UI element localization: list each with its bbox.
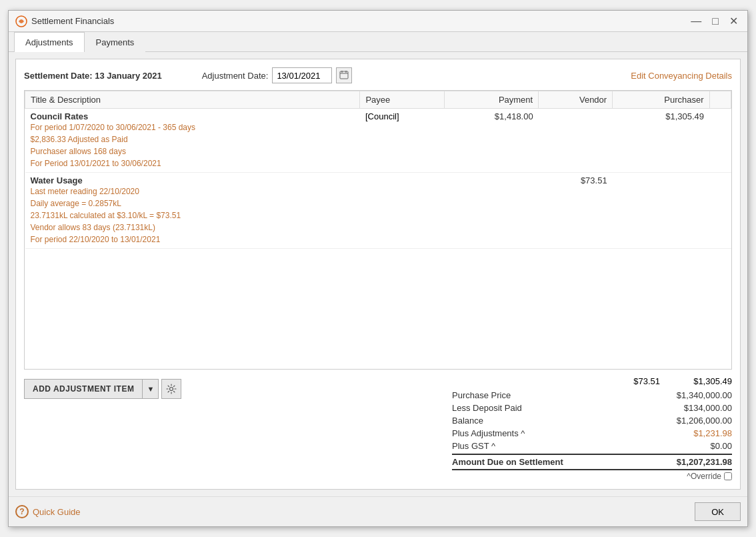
adjustments-table: Title & Description Payee Payment Vendor… bbox=[25, 91, 731, 249]
row1-desc: For period 1/07/2020 to 30/06/2021 - 365… bbox=[31, 121, 355, 169]
adjustment-date-section: Adjustment Date: bbox=[202, 67, 353, 83]
settings-button[interactable] bbox=[161, 379, 181, 399]
row2-desc: Last meter reading 22/10/2020 Daily aver… bbox=[31, 185, 355, 245]
adjustment-date-label: Adjustment Date: bbox=[202, 71, 269, 81]
settlement-date-value: 13 January 2021 bbox=[95, 71, 161, 81]
adjustments-panel: Settlement Date: 13 January 2021 Adjustm… bbox=[15, 59, 741, 490]
add-adjustment-button[interactable]: ADD ADJUSTMENT ITEM ▼ bbox=[24, 379, 159, 399]
amount-due-label: Amount Due on Settlement bbox=[452, 457, 563, 467]
row2-extra bbox=[709, 173, 731, 249]
action-buttons: ADD ADJUSTMENT ITEM ▼ bbox=[24, 376, 181, 399]
gst-label: Plus GST ^ bbox=[452, 441, 495, 451]
deposit-value: $134,000.00 bbox=[684, 403, 732, 413]
adjustments-label: Plus Adjustments ^ bbox=[452, 428, 525, 438]
table-row: Water Usage Last meter reading 22/10/202… bbox=[25, 173, 731, 249]
gst-value: $0.00 bbox=[710, 441, 732, 451]
row1-extra bbox=[709, 109, 731, 173]
row1-title: Council Rates bbox=[31, 111, 355, 121]
svg-point-5 bbox=[170, 388, 173, 391]
svg-rect-1 bbox=[340, 71, 348, 79]
row2-vendor: $73.51 bbox=[539, 173, 613, 249]
table-row: Council Rates For period 1/07/2020 to 30… bbox=[25, 109, 731, 173]
col-purchaser: Purchaser bbox=[613, 91, 709, 109]
gear-icon bbox=[166, 384, 177, 394]
title-bar: Settlement Financials — □ ✕ bbox=[9, 11, 747, 32]
balance-value: $1,206,000.00 bbox=[677, 416, 732, 426]
window-title: Settlement Financials bbox=[31, 16, 114, 26]
tab-payments[interactable]: Payments bbox=[85, 32, 146, 52]
adjustments-value: $1,231.98 bbox=[693, 428, 732, 438]
ok-button[interactable]: OK bbox=[695, 502, 741, 521]
table-header-row: Title & Description Payee Payment Vendor… bbox=[25, 91, 731, 109]
minimize-button[interactable]: — bbox=[688, 16, 704, 27]
footer: ? Quick Guide OK bbox=[9, 496, 747, 526]
col-payee: Payee bbox=[360, 91, 445, 109]
deposit-label: Less Deposit Paid bbox=[452, 403, 522, 413]
settlement-date-label: Settlement Date: bbox=[24, 71, 93, 81]
title-bar-left: Settlement Financials bbox=[15, 15, 114, 27]
row1-payment: $1,418.00 bbox=[445, 109, 539, 173]
quick-guide[interactable]: ? Quick Guide bbox=[15, 505, 81, 518]
close-button[interactable]: ✕ bbox=[727, 16, 741, 27]
col-payment: Payment bbox=[445, 91, 539, 109]
summary-row-gst: Plus GST ^ $0.00 bbox=[452, 440, 732, 452]
col-extra bbox=[709, 91, 731, 109]
restore-button[interactable]: □ bbox=[709, 16, 721, 27]
adjustments-table-container: Title & Description Payee Payment Vendor… bbox=[24, 90, 732, 370]
totals-purchaser: $1,305.49 bbox=[665, 376, 732, 386]
row2-title-desc: Water Usage Last meter reading 22/10/202… bbox=[25, 173, 360, 249]
row1-purchaser: $1,305.49 bbox=[613, 109, 709, 173]
panel-header: Settlement Date: 13 January 2021 Adjustm… bbox=[24, 67, 732, 83]
window-controls: — □ ✕ bbox=[688, 16, 741, 27]
edit-conveyancing-link[interactable]: Edit Conveyancing Details bbox=[631, 71, 732, 81]
col-vendor: Vendor bbox=[539, 91, 613, 109]
summary-row-adjustments: Plus Adjustments ^ $1,231.98 bbox=[452, 427, 732, 440]
tab-adjustments[interactable]: Adjustments bbox=[14, 32, 85, 52]
dropdown-arrow-icon[interactable]: ▼ bbox=[143, 380, 158, 398]
balance-label: Balance bbox=[452, 416, 483, 426]
row2-title: Water Usage bbox=[31, 175, 355, 185]
override-row: ^Override bbox=[452, 472, 732, 481]
quick-guide-icon: ? bbox=[15, 505, 29, 518]
app-icon bbox=[15, 15, 27, 27]
row1-title-desc: Council Rates For period 1/07/2020 to 30… bbox=[25, 109, 360, 173]
totals-vendor: $73.51 bbox=[599, 376, 665, 386]
row1-payee: [Council] bbox=[360, 109, 445, 173]
col-title: Title & Description bbox=[25, 91, 360, 109]
amount-due-value: $1,207,231.98 bbox=[677, 457, 732, 467]
add-adjustment-label: ADD ADJUSTMENT ITEM bbox=[25, 380, 143, 398]
amount-due-row: Amount Due on Settlement $1,207,231.98 bbox=[452, 454, 732, 470]
row1-vendor bbox=[539, 109, 613, 173]
totals-top-row: $73.51 $1,305.49 bbox=[452, 376, 732, 386]
main-window: Settlement Financials — □ ✕ Adjustments … bbox=[8, 10, 748, 527]
calendar-button[interactable] bbox=[336, 67, 352, 83]
summary-section: $73.51 $1,305.49 Purchase Price $1,340,0… bbox=[452, 376, 732, 481]
bottom-section: ADD ADJUSTMENT ITEM ▼ $73.51 bbox=[24, 376, 732, 481]
summary-row-deposit: Less Deposit Paid $134,000.00 bbox=[452, 402, 732, 414]
override-checkbox[interactable] bbox=[724, 472, 732, 480]
adjustment-date-input[interactable] bbox=[272, 67, 332, 83]
main-content: Settlement Date: 13 January 2021 Adjustm… bbox=[9, 52, 747, 496]
tab-bar: Adjustments Payments bbox=[9, 32, 747, 52]
calendar-icon bbox=[339, 70, 349, 79]
quick-guide-label: Quick Guide bbox=[33, 507, 81, 517]
settlement-date: Settlement Date: 13 January 2021 bbox=[24, 71, 162, 81]
summary-row-balance: Balance $1,206,000.00 bbox=[452, 414, 732, 427]
override-label: ^Override bbox=[687, 472, 721, 481]
row2-purchaser bbox=[613, 173, 709, 249]
row2-payment bbox=[445, 173, 539, 249]
row2-payee bbox=[360, 173, 445, 249]
summary-row-purchase-price: Purchase Price $1,340,000.00 bbox=[452, 389, 732, 402]
purchase-price-label: Purchase Price bbox=[452, 390, 511, 400]
purchase-price-value: $1,340,000.00 bbox=[677, 390, 732, 400]
